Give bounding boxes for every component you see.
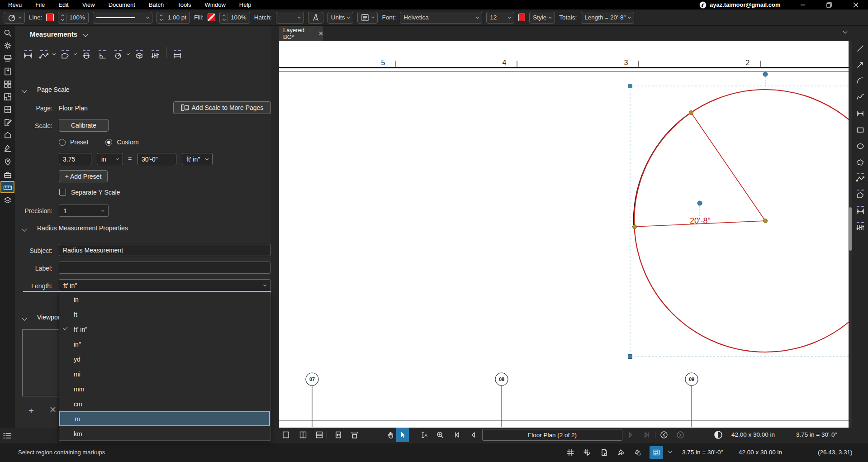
dark-mode-toggle-icon[interactable] [713,429,724,440]
snap-to-grid-icon[interactable] [582,447,593,458]
side-by-side-view-icon[interactable] [298,429,308,440]
font-select[interactable]: Helvetica [400,12,482,24]
spinner-arrows[interactable] [160,14,165,22]
scale-value-1-input[interactable] [59,153,91,165]
delete-viewport-button[interactable] [49,406,57,413]
fit-page-icon[interactable] [333,429,344,440]
chevron-down-icon[interactable] [83,32,88,37]
scale-unit-2-select[interactable]: ft' in" [182,153,213,165]
dropdown-item-m[interactable]: m [59,411,270,426]
menu-help[interactable]: Help [232,0,258,10]
account-area[interactable]: ayaz.taimoor@gmail.com [699,0,780,10]
page-nav-box[interactable]: Floor Plan (2 of 2) [482,429,622,441]
file-access-icon[interactable] [2,104,13,115]
dropdown-item-mi[interactable]: mi [59,367,270,381]
places-icon[interactable] [2,156,13,167]
document-tab[interactable]: Layered BG* [279,26,323,41]
fit-width-icon[interactable] [349,429,360,440]
line-color-swatch[interactable] [46,14,54,21]
menu-revu[interactable]: Revu [1,0,28,10]
fill-opacity-stepper[interactable]: 100% [219,12,250,24]
menu-window[interactable]: Window [198,0,232,10]
polygon-tool-icon[interactable] [855,155,865,167]
angle-measure-tool[interactable] [95,46,109,59]
flatten-icon[interactable] [2,53,13,64]
preset-radio[interactable] [59,139,66,146]
perimeter-measure-icon[interactable] [855,171,865,182]
status-options-chevron-icon[interactable] [668,449,673,453]
grid-icon[interactable] [565,447,576,458]
viewports-collapse-icon[interactable] [22,315,27,320]
arc-tool-icon[interactable] [855,74,865,86]
dropdown-item-cm[interactable]: cm [59,396,270,411]
dropdown-item-km[interactable]: km [59,426,270,441]
label-input[interactable] [59,262,270,274]
font-color-swatch[interactable] [518,14,525,21]
wall-area-measure-tool[interactable] [171,46,184,59]
dropdown-item-yd[interactable]: yd [59,352,270,367]
page-scale-collapse-icon[interactable] [22,88,27,93]
menu-view[interactable]: View [76,0,102,10]
area-measure-icon[interactable] [855,187,865,199]
polylength-measure-tool[interactable] [37,46,51,59]
tool-chest-icon[interactable] [2,169,13,180]
layers-icon[interactable] [2,195,13,206]
fill-color-swatch[interactable] [208,14,215,21]
single-page-view-icon[interactable] [280,429,291,440]
ellipse-tool-icon[interactable] [855,139,865,151]
markup-list-icon[interactable] [2,117,13,128]
signatures-icon[interactable] [2,143,13,154]
radius-props-collapse-icon[interactable] [22,226,27,231]
3d-model-icon[interactable] [2,130,13,141]
spaces-icon[interactable] [2,91,13,102]
caption-align-select[interactable] [357,12,378,24]
chevron-down-icon[interactable] [127,52,130,55]
arrow-tool-icon[interactable] [855,57,865,69]
select-text-icon[interactable]: A [418,429,429,440]
tab-close-icon[interactable] [319,31,323,36]
precision-select[interactable]: 1 [59,205,109,217]
scrollbar-thumb[interactable] [849,207,852,251]
tab-list-chevron-icon[interactable] [843,29,848,34]
chevron-down-icon[interactable] [52,52,56,55]
style-select[interactable]: Style [529,12,555,24]
dropdown-item-in[interactable]: in [59,292,270,307]
volume-measure-tool[interactable] [133,46,146,59]
menu-edit[interactable]: Edit [52,0,75,10]
current-tool-select[interactable] [4,12,25,24]
subject-input[interactable] [59,244,270,256]
font-size-select[interactable]: 12 [486,12,514,24]
dropdown-item-in2[interactable]: in" [59,337,270,352]
first-page-icon[interactable] [451,429,462,440]
dropdown-item-mm[interactable]: mm [59,381,270,396]
markup-list-toggle-icon[interactable] [2,431,13,442]
scale-unit-1-select[interactable]: in [97,153,123,165]
radius-measure-tool[interactable] [111,46,125,59]
spinner-arrows[interactable] [62,14,66,22]
length-measure-icon[interactable] [855,203,865,215]
hatch-select[interactable] [276,12,304,24]
menu-file[interactable]: File [28,0,52,10]
previous-view-icon[interactable] [659,429,669,440]
menu-document[interactable]: Document [102,0,142,10]
menu-batch[interactable]: Batch [142,0,171,10]
rectangle-tool-icon[interactable] [855,123,865,134]
snap-to-content-icon[interactable] [599,447,610,458]
pan-hand-icon[interactable] [385,429,396,440]
sync-markup-icon[interactable] [632,447,643,458]
calibrate-tool-button[interactable] [308,12,323,24]
polyline-tool-icon[interactable] [855,90,865,102]
previous-page-icon[interactable] [468,429,479,440]
dropdown-item-ftin[interactable]: ft' in" [59,322,270,337]
area-measure-tool[interactable] [58,46,72,59]
length-measure-tool[interactable] [21,46,35,59]
search-icon[interactable] [2,28,13,38]
count-measure-icon[interactable] [855,219,865,231]
scale-value-2-input[interactable] [138,153,176,165]
settings-gear-icon[interactable] [2,40,13,51]
snap-to-markup-icon[interactable] [616,447,626,458]
next-view-icon[interactable] [675,429,686,440]
reuse-markup-toggle-active[interactable] [650,446,663,459]
minimize-button[interactable] [795,0,811,10]
next-page-icon[interactable] [625,429,636,440]
